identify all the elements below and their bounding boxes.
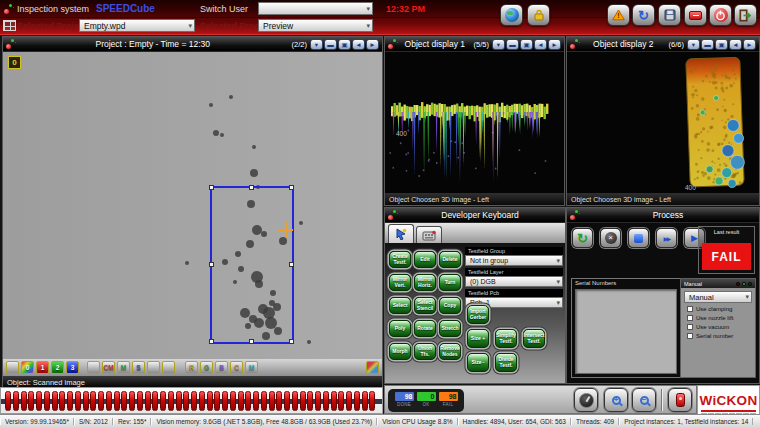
led-indicator — [238, 391, 244, 411]
language-button[interactable] — [500, 4, 523, 26]
channel-button-m[interactable]: M — [245, 361, 258, 374]
checkbox-use-vacuum[interactable]: Use vacuum — [687, 324, 755, 330]
chevron-down-icon: ▾ — [366, 22, 370, 30]
kb-button-poly[interactable]: Poly — [389, 320, 411, 337]
tab-keyboard[interactable] — [416, 226, 442, 243]
layer-zero-chip[interactable]: 0 — [8, 56, 21, 69]
selection-handle[interactable] — [289, 185, 294, 190]
snapshot-icon-button[interactable]: ▾ — [310, 39, 323, 50]
stop-button[interactable] — [628, 228, 649, 248]
kb-button-simplify-testf-[interactable]: Simplify Testf. — [495, 329, 517, 348]
prev-icon-button[interactable]: ◄ — [729, 39, 742, 50]
led-indicator — [36, 391, 42, 411]
cycle-button[interactable]: ↻ — [572, 228, 593, 248]
cancel-button[interactable]: × — [600, 228, 621, 248]
project-dropdown[interactable]: Empty.wpd ▾ — [79, 19, 195, 32]
kb-button-mirror-horiz-[interactable]: Mirror Horiz. — [414, 274, 436, 291]
kb-button-create-testf-[interactable]: Create Testf. — [389, 251, 411, 268]
snapshot-icon-button[interactable]: ▾ — [687, 39, 700, 50]
zoom-in-button[interactable]: + — [604, 388, 628, 412]
kb-button-union-tfs-[interactable]: Union Tfs. — [414, 343, 436, 360]
alerts-button[interactable]: ! — [607, 4, 630, 26]
selection-handle[interactable] — [209, 339, 214, 344]
kb-button-delete[interactable]: Delete — [439, 251, 461, 268]
checkbox-use-clamping[interactable]: Use clamping — [687, 306, 755, 312]
channel-button-b[interactable]: B — [215, 361, 228, 374]
selection-handle[interactable] — [289, 339, 294, 344]
channel-button-0[interactable]: 0 — [21, 361, 34, 374]
kb-button-copy[interactable]: Copy — [439, 297, 461, 314]
channel-button-r[interactable]: R — [185, 361, 198, 374]
led-indicator — [137, 391, 143, 411]
channel-button-c[interactable]: C — [230, 361, 243, 374]
kb-button-remove-nodes[interactable]: Remove Nodes — [439, 343, 461, 360]
kb-button-select-stencil[interactable]: Select Stencil — [414, 297, 436, 314]
kb-button-import-gerber[interactable]: Import Gerber — [467, 305, 489, 324]
scanned-image-view[interactable]: 0 — [3, 52, 382, 359]
prev-icon-button[interactable]: ◄ — [534, 39, 547, 50]
next-icon-button[interactable]: ► — [743, 39, 756, 50]
exit-button[interactable] — [734, 4, 757, 26]
tab-pointer[interactable] — [388, 224, 414, 243]
channel-button[interactable] — [6, 361, 19, 374]
kb-button-rotate[interactable]: Rotate — [414, 320, 436, 337]
mode-dropdown[interactable]: Manual ▾ — [684, 291, 752, 303]
checkbox-use-nozzle-lift[interactable]: Use nozzle lift — [687, 315, 755, 321]
product-dropdown[interactable]: Preview ▾ — [258, 19, 373, 32]
display2-title: Object display 2 — [580, 39, 667, 49]
display1-3d-view[interactable]: 400 — [385, 52, 564, 193]
minimize-icon-button[interactable]: ▬ — [506, 39, 519, 50]
selection-handle[interactable] — [249, 185, 254, 190]
kb-button-intersect-testf-[interactable]: Intersect Testf. — [523, 329, 545, 348]
next-icon-button[interactable]: ► — [548, 39, 561, 50]
channel-button-g[interactable]: G — [200, 361, 213, 374]
channel-button-1[interactable]: 1 — [36, 361, 49, 374]
selection-handle[interactable] — [249, 339, 254, 344]
channel-button-2[interactable]: 2 — [51, 361, 64, 374]
channel-button-s[interactable]: S — [132, 361, 145, 374]
selection-handle[interactable] — [209, 185, 214, 190]
kb-button-size-[interactable]: Size + — [467, 329, 489, 348]
channel-button[interactable] — [147, 361, 160, 374]
minimize-icon-button[interactable]: ▬ — [324, 39, 337, 50]
kb-button-size-[interactable]: Size - — [467, 353, 489, 372]
window-icon-button[interactable]: ▣ — [338, 39, 351, 50]
lock-button[interactable] — [527, 4, 550, 26]
prev-icon-button[interactable]: ◄ — [352, 39, 365, 50]
refresh-button[interactable]: ↻ — [632, 4, 655, 26]
selection-handle[interactable] — [209, 262, 214, 267]
switch-user-dropdown[interactable]: ▾ — [258, 2, 373, 15]
timer-button[interactable] — [574, 388, 598, 412]
power-button[interactable] — [709, 4, 732, 26]
kb-button-divide-testf-[interactable]: Divide Testf. — [495, 353, 517, 372]
minimize-button[interactable] — [684, 4, 707, 26]
dropdown-testfield-layer[interactable]: (0) DGB▾ — [465, 276, 563, 287]
save-button[interactable] — [658, 4, 681, 26]
kb-button-turn[interactable]: Turn — [439, 274, 461, 291]
channel-button[interactable] — [87, 361, 100, 374]
palette-button[interactable] — [366, 361, 379, 374]
channel-button-3[interactable]: 3 — [66, 361, 79, 374]
display2-3d-view[interactable]: 400 — [567, 52, 759, 193]
zoom-out-button[interactable]: − — [632, 388, 656, 412]
window-icon-button[interactable]: ▣ — [715, 39, 728, 50]
kb-button-mirror-vert-[interactable]: Mirror Vert. — [389, 274, 411, 291]
snapshot-icon-button[interactable]: ▾ — [492, 39, 505, 50]
kb-button-stretch[interactable]: Stretch — [439, 320, 461, 337]
channel-button-m[interactable]: M — [117, 361, 130, 374]
selection-handle[interactable] — [289, 262, 294, 267]
selection-rect[interactable] — [210, 186, 294, 344]
alarm-button[interactable] — [668, 388, 692, 412]
kb-button-select[interactable]: Select — [389, 297, 411, 314]
channel-button-cm[interactable]: CM — [102, 361, 115, 374]
checkbox-serial-number[interactable]: Serial number — [687, 333, 755, 339]
serial-numbers-list[interactable] — [575, 289, 677, 374]
window-icon-button[interactable]: ▣ — [520, 39, 533, 50]
minimize-icon-button[interactable]: ▬ — [701, 39, 714, 50]
kb-button-edit[interactable]: Edit — [414, 251, 436, 268]
fast-forward-button[interactable]: ▶▶ — [656, 228, 677, 248]
channel-button[interactable] — [162, 361, 175, 374]
dropdown-testfield-group[interactable]: Not in group▾ — [465, 255, 563, 266]
next-icon-button[interactable]: ► — [366, 39, 379, 50]
kb-button-morph[interactable]: Morph — [389, 343, 411, 360]
